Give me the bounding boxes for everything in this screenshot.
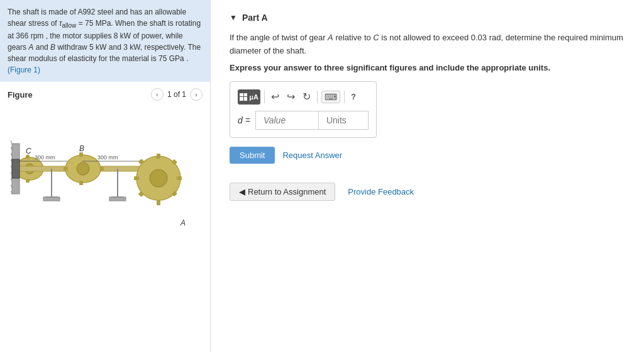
undo-button[interactable]: ↩ [269, 89, 282, 104]
toolbar-separator-1 [264, 91, 265, 103]
problem-statement: The shaft is made of A992 steel and has … [8, 8, 201, 74]
input-row: d = [238, 111, 369, 130]
action-row: Submit Request Answer [230, 147, 625, 164]
units-input[interactable] [318, 111, 369, 130]
part-label: Part A [242, 13, 268, 23]
svg-text:C: C [26, 147, 31, 156]
figure-next-button[interactable]: › [190, 88, 203, 101]
svg-text:300 mm: 300 mm [97, 154, 118, 161]
help-button[interactable]: ? [348, 91, 358, 103]
svg-rect-33 [157, 154, 160, 159]
svg-rect-46 [109, 197, 126, 201]
toolbar-separator-2 [317, 91, 318, 103]
svg-rect-25 [79, 181, 83, 185]
figure-link[interactable]: (Figure 1) [8, 65, 40, 74]
toolbar-separator-3 [344, 91, 345, 103]
d-label: d = [238, 115, 250, 125]
keyboard-button[interactable]: ⌨ [321, 91, 340, 103]
toolbar: μA ↩ ↪ ↻ ⌨ ? [238, 89, 369, 105]
format-button[interactable]: μA [238, 89, 260, 105]
svg-rect-24 [79, 152, 83, 157]
svg-rect-31 [134, 176, 139, 180]
svg-point-21 [77, 162, 89, 175]
svg-text:B: B [79, 144, 84, 153]
svg-rect-23 [99, 167, 104, 171]
svg-rect-34 [157, 200, 160, 205]
svg-text:A: A [180, 219, 186, 227]
figure-prev-button[interactable]: ‹ [151, 88, 164, 101]
provide-feedback-link[interactable]: Provide Feedback [348, 187, 414, 196]
part-header: ▼ Part A [230, 13, 625, 23]
reset-button[interactable]: ↻ [300, 89, 313, 104]
mu-a-label: μA [249, 93, 258, 101]
figure-header: Figure ‹ 1 of 1 › [8, 88, 203, 101]
svg-rect-15 [26, 179, 30, 183]
svg-text:300 mm: 300 mm [35, 154, 55, 161]
svg-rect-32 [177, 176, 182, 180]
request-answer-link[interactable]: Request Answer [282, 150, 342, 160]
problem-text-box: The shaft is made of A992 steel and has … [0, 0, 210, 82]
left-panel: The shaft is made of A992 steel and has … [0, 0, 211, 352]
figure-image-area: C 300 mm B 300 mm [8, 106, 203, 232]
svg-line-1 [11, 140, 12, 144]
grid-icon [240, 93, 247, 101]
value-input[interactable] [255, 111, 318, 130]
question-text: If the angle of twist of gear A relative… [230, 31, 625, 58]
svg-rect-43 [43, 197, 60, 201]
collapse-arrow-icon[interactable]: ▼ [230, 13, 237, 22]
figure-page: 1 of 1 [167, 90, 186, 99]
submit-button[interactable]: Submit [230, 147, 275, 164]
figure-title: Figure [8, 90, 33, 99]
return-arrow-icon: ◀ [239, 187, 245, 196]
return-assignment-label: Return to Assignment [248, 187, 326, 196]
svg-rect-22 [64, 167, 68, 171]
svg-point-30 [150, 169, 167, 187]
question-bold: Express your answer to three significant… [230, 63, 625, 72]
right-panel: ▼ Part A If the angle of twist of gear A… [211, 0, 644, 352]
answer-box: μA ↩ ↪ ↻ ⌨ ? d = [230, 81, 377, 138]
redo-button[interactable]: ↪ [284, 89, 297, 104]
svg-rect-40 [12, 159, 19, 178]
shaft-diagram: C 300 mm B 300 mm [11, 106, 199, 232]
figure-section: Figure ‹ 1 of 1 › [0, 82, 210, 352]
figure-nav: ‹ 1 of 1 › [151, 88, 203, 101]
bottom-row: ◀ Return to Assignment Provide Feedback [230, 183, 625, 201]
return-assignment-button[interactable]: ◀ Return to Assignment [230, 183, 335, 201]
